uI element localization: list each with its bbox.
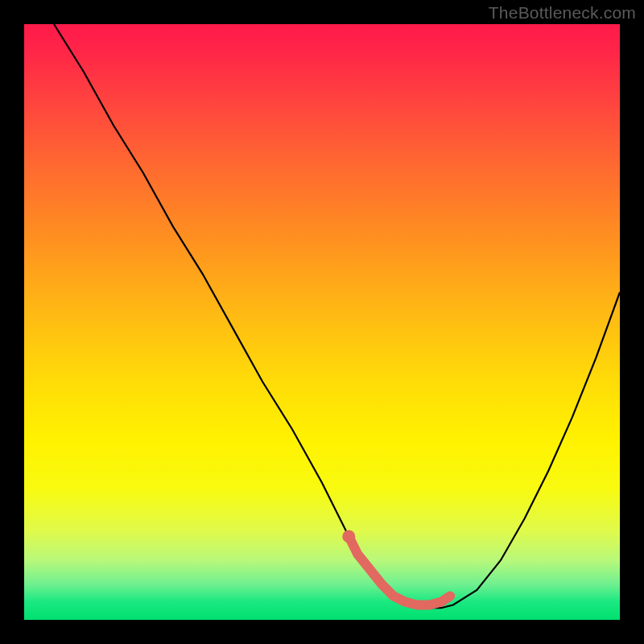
curve-path [54, 24, 620, 608]
watermark-text: TheBottleneck.com [489, 3, 636, 23]
chart-svg [24, 24, 620, 620]
highlight-dot [342, 530, 355, 543]
chart-plot-area [24, 24, 620, 620]
highlight-path [349, 536, 450, 605]
